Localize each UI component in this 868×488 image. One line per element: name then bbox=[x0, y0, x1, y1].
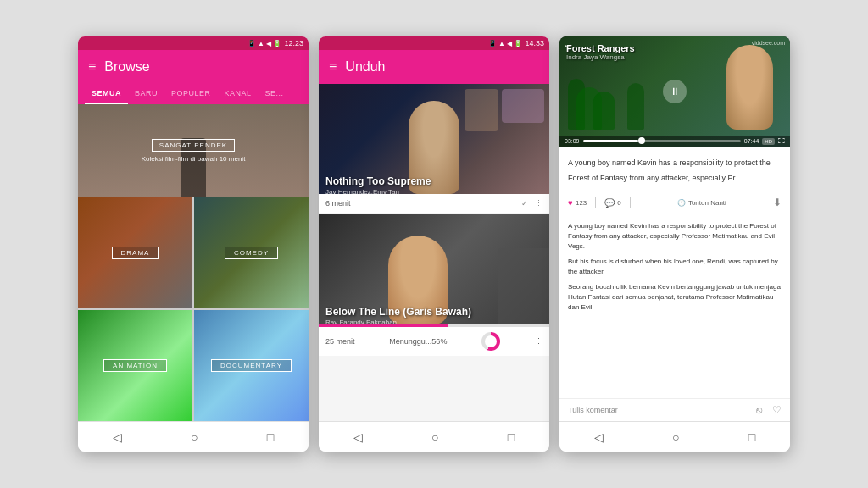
featured-subtitle: Koleksi film-film di bawah 10 menit bbox=[142, 155, 246, 163]
download-authors-2: Ray Farandy Pakpahan bbox=[326, 319, 397, 324]
video-title-overlay: Forest Rangers Indra Jaya Wangsa bbox=[566, 43, 635, 61]
download-meta-2: 25 menit Menunggu...56% ⋮ bbox=[319, 327, 549, 356]
genre-comedy[interactable]: COMEDY bbox=[194, 197, 309, 308]
pause-button[interactable]: ⏸ bbox=[663, 80, 687, 103]
likes-stat[interactable]: ♥ 123 bbox=[568, 198, 587, 208]
hamburger-icon-1[interactable]: ≡ bbox=[88, 59, 96, 75]
more-icon-1[interactable]: ⋮ bbox=[535, 199, 542, 208]
desc-para-2: But his focus is disturbed when his love… bbox=[568, 257, 782, 277]
recent-btn-1[interactable]: □ bbox=[267, 430, 274, 444]
comments-count: 0 bbox=[617, 199, 620, 207]
status-icons-1: 📱 ▲ ◀ 🔋 bbox=[248, 40, 282, 47]
stat-divider-1 bbox=[595, 197, 596, 208]
description-section: A young boy named Kevin has a responsibi… bbox=[559, 214, 790, 398]
phone-detail: ← viddsee.com Forest Rangers Indra Jaya … bbox=[559, 36, 790, 452]
recent-btn-2[interactable]: □ bbox=[508, 430, 515, 444]
phone-downloads: 📱 ▲ ◀ 🔋 14.33 ≡ Unduh Nothing Too Suprem… bbox=[319, 36, 549, 452]
favorite-icon[interactable]: ♡ bbox=[772, 404, 782, 416]
download-meta-1: 6 menit ✓ ⋮ bbox=[319, 194, 549, 213]
watch-later-button[interactable]: 🕐 Tonton Nanti bbox=[677, 199, 726, 207]
desc-para-3: Seorang bocah cilik bernama Kevin bertan… bbox=[568, 282, 782, 313]
desc-para-1: A young boy named Kevin has a responsibi… bbox=[568, 221, 782, 252]
phones-container: 📱 ▲ ◀ 🔋 12.23 ≡ Browse SEMUA BARU POPULE… bbox=[0, 0, 868, 488]
hd-badge: HD bbox=[762, 138, 775, 145]
genre-drama[interactable]: DRAMA bbox=[78, 197, 192, 308]
video-title: Forest Rangers bbox=[566, 43, 635, 53]
viddsee-logo: viddsee.com bbox=[752, 40, 785, 46]
heart-icon: ♥ bbox=[568, 198, 573, 208]
back-btn-1[interactable]: ◁ bbox=[113, 430, 122, 444]
download-icons-1: ✓ ⋮ bbox=[521, 199, 542, 208]
comment-label[interactable]: Tulis komentar bbox=[568, 406, 618, 414]
share-icon[interactable]: ⎋ bbox=[756, 404, 762, 416]
genre-documentary[interactable]: DOCUMENTARY bbox=[194, 310, 309, 421]
download-icon[interactable]: ⬇ bbox=[773, 197, 782, 208]
featured-badge: SANGAT PENDEK bbox=[152, 139, 235, 152]
genre-animation-label: ANIMATION bbox=[103, 359, 167, 372]
genre-comedy-label: COMEDY bbox=[225, 247, 278, 259]
tab-more[interactable]: SE... bbox=[259, 84, 291, 104]
video-player[interactable]: ← viddsee.com Forest Rangers Indra Jaya … bbox=[559, 36, 790, 147]
comment-row: Tulis komentar ⎋ ♡ bbox=[559, 398, 790, 421]
home-btn-2[interactable]: ○ bbox=[431, 430, 438, 444]
video-time-current: 03:09 bbox=[565, 138, 580, 144]
bottom-nav-2: ◁ ○ □ bbox=[319, 421, 549, 452]
tab-semua[interactable]: SEMUA bbox=[85, 84, 128, 104]
back-btn-3[interactable]: ◁ bbox=[594, 430, 604, 444]
topbar-title-1: Browse bbox=[104, 59, 149, 75]
download-item-1[interactable]: Nothing Too Supreme Jay Hernandez,Emy Ta… bbox=[319, 84, 549, 213]
hamburger-icon-2[interactable]: ≡ bbox=[329, 59, 337, 75]
video-person bbox=[726, 45, 773, 130]
circular-progress bbox=[481, 332, 500, 351]
download-authors-1: Jay Hernandez,Emy Tan bbox=[326, 188, 399, 194]
featured-section[interactable]: SANGAT PENDEK Koleksi film-film di bawah… bbox=[78, 104, 309, 197]
browse-content: SANGAT PENDEK Koleksi film-film di bawah… bbox=[78, 104, 309, 421]
bottom-nav-3: ◁ ○ □ bbox=[559, 421, 790, 452]
fullscreen-icon[interactable]: ⛶ bbox=[778, 137, 785, 145]
tab-populer[interactable]: POPULER bbox=[164, 84, 218, 104]
tab-kanal[interactable]: KANAL bbox=[218, 84, 259, 104]
video-progress-dot bbox=[638, 137, 645, 144]
home-btn-1[interactable]: ○ bbox=[191, 430, 198, 444]
video-controls-bar: 03:09 07:44 HD ⛶ bbox=[559, 136, 790, 147]
comment-actions: ⎋ ♡ bbox=[756, 404, 782, 416]
nav-tabs-1: SEMUA BARU POPULER KANAL SE... bbox=[78, 84, 309, 104]
genre-grid: DRAMA COMEDY ANIMATION DOCUMENTARY bbox=[78, 197, 309, 421]
clock-icon: 🕐 bbox=[677, 199, 686, 207]
bottom-nav-1: ◁ ○ □ bbox=[78, 421, 309, 452]
comment-icon: 💬 bbox=[604, 198, 615, 208]
video-subtitle: Indra Jaya Wangsa bbox=[566, 53, 635, 61]
video-progress-track[interactable] bbox=[583, 140, 741, 142]
phone-browse: 📱 ▲ ◀ 🔋 12.23 ≡ Browse SEMUA BARU POPULE… bbox=[78, 36, 309, 452]
download-title-1: Nothing Too Supreme bbox=[326, 175, 431, 187]
home-btn-3[interactable]: ○ bbox=[672, 430, 679, 444]
topbar-1: ≡ Browse bbox=[78, 50, 309, 84]
watch-later-label: Tonton Nanti bbox=[688, 199, 726, 207]
checkmark-icon[interactable]: ✓ bbox=[521, 199, 528, 208]
downloads-content: Nothing Too Supreme Jay Hernandez,Emy Ta… bbox=[319, 84, 549, 421]
topbar-title-2: Unduh bbox=[345, 59, 385, 75]
status-bar-1: 📱 ▲ ◀ 🔋 12.23 bbox=[78, 36, 309, 50]
back-btn-2[interactable]: ◁ bbox=[353, 430, 363, 444]
download-duration-2: 25 menit bbox=[326, 337, 355, 346]
recent-btn-3[interactable]: □ bbox=[748, 430, 755, 444]
comments-stat[interactable]: 💬 0 bbox=[604, 198, 620, 208]
download-progress-text: Menunggu...56% bbox=[389, 337, 447, 346]
video-time-total: 07:44 bbox=[744, 138, 760, 144]
stat-divider-2 bbox=[630, 197, 631, 208]
thumb-2: Below The Line (Garis Bawah) Ray Farandy… bbox=[319, 214, 549, 324]
synopsis-section: A young boy named Kevin has a responsibi… bbox=[559, 147, 790, 191]
tab-baru[interactable]: BARU bbox=[128, 84, 164, 104]
synopsis-preview: A young boy named Kevin has a responsibi… bbox=[568, 158, 771, 182]
topbar-2: ≡ Unduh bbox=[319, 50, 549, 84]
download-item-2[interactable]: Below The Line (Garis Bawah) Ray Farandy… bbox=[319, 214, 549, 356]
genre-documentary-label: DOCUMENTARY bbox=[211, 359, 292, 372]
download-title-2: Below The Line (Garis Bawah) bbox=[326, 306, 471, 318]
status-bar-2: 📱 ▲ ◀ 🔋 14.33 bbox=[319, 36, 549, 50]
status-icons-2: 📱 ▲ ◀ 🔋 bbox=[488, 40, 523, 47]
time-2: 14.33 bbox=[525, 39, 544, 47]
video-progress-filled bbox=[583, 140, 638, 142]
genre-animation[interactable]: ANIMATION bbox=[78, 310, 192, 421]
likes-count: 123 bbox=[576, 199, 587, 207]
more-icon-2[interactable]: ⋮ bbox=[535, 337, 542, 346]
